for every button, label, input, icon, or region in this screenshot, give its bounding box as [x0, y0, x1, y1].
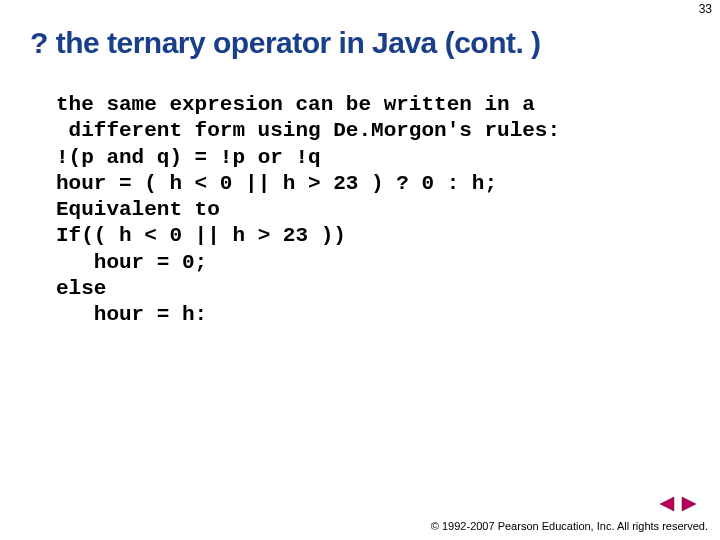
code-line: the same expresion can be written in a [56, 92, 680, 118]
svg-marker-0 [660, 497, 674, 511]
code-line: hour = h: [56, 302, 680, 328]
code-line: Equivalent to [56, 197, 680, 223]
copyright-label: 1992-2007 Pearson Education, Inc. All ri… [442, 520, 708, 532]
code-block: the same expresion can be written in a d… [0, 70, 720, 328]
code-line: !(p and q) = !p or !q [56, 145, 680, 171]
code-line: else [56, 276, 680, 302]
nav-controls [658, 496, 698, 512]
copyright-text: © 1992-2007 Pearson Education, Inc. All … [431, 520, 708, 532]
code-line: hour = 0; [56, 250, 680, 276]
code-line: If(( h < 0 || h > 23 )) [56, 223, 680, 249]
svg-marker-1 [682, 497, 696, 511]
code-line: hour = ( h < 0 || h > 23 ) ? 0 : h; [56, 171, 680, 197]
code-line: different form using De.Morgon's rules: [56, 118, 680, 144]
next-slide-icon[interactable] [680, 496, 698, 512]
slide-title: ? the ternary operator in Java (cont. ) [0, 0, 720, 70]
prev-slide-icon[interactable] [658, 496, 676, 512]
footer: © 1992-2007 Pearson Education, Inc. All … [431, 520, 708, 532]
page-number: 33 [699, 2, 712, 16]
